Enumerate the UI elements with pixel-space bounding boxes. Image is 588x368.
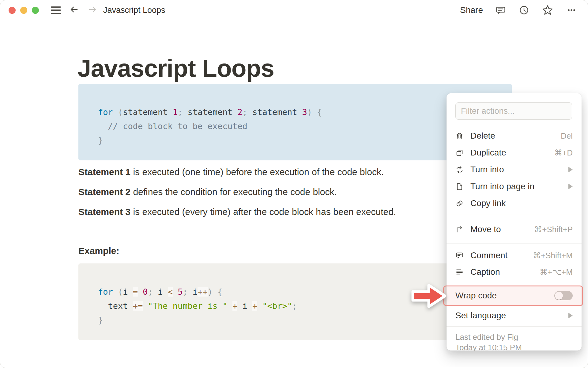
page-icon	[455, 182, 464, 191]
close-window-button[interactable]	[9, 7, 16, 14]
forward-arrow-icon[interactable]	[87, 4, 98, 16]
duplicate-icon	[455, 149, 464, 157]
paragraph-statement-3: Statement 3 is executed (every time) aft…	[78, 206, 396, 218]
menu-item-duplicate[interactable]: Duplicate ⌘+D	[447, 144, 582, 161]
menu-divider	[447, 284, 582, 284]
more-options-icon[interactable]	[566, 4, 577, 16]
share-button[interactable]: Share	[460, 5, 483, 15]
example-label: Example:	[78, 246, 119, 256]
history-clock-icon[interactable]	[518, 5, 530, 16]
menu-item-copy-link[interactable]: Copy link	[447, 195, 582, 212]
back-arrow-icon[interactable]	[69, 4, 79, 16]
link-icon	[455, 199, 464, 208]
page-title: Javascript Loops	[77, 54, 274, 82]
menu-item-move-to[interactable]: Move to ⌘+Shift+P	[447, 221, 582, 238]
paragraph-statement-1: Statement 1 is executed (one time) befor…	[78, 166, 384, 178]
favorite-star-icon[interactable]	[542, 4, 553, 16]
menu-divider	[447, 326, 582, 327]
minimize-window-button[interactable]	[20, 7, 27, 14]
filter-actions-input[interactable]	[455, 102, 572, 120]
zoom-window-button[interactable]	[32, 7, 39, 14]
menu-item-caption[interactable]: Caption ⌘+⌥+M	[447, 264, 582, 280]
last-edited-by: Last edited by Fig	[455, 332, 518, 342]
wrap-code-toggle[interactable]	[554, 291, 573, 300]
menu-item-turn-into-page-in[interactable]: Turn into page in	[447, 178, 582, 195]
submenu-arrow-icon	[568, 184, 573, 189]
trash-icon	[455, 132, 464, 140]
comment-icon	[455, 251, 464, 260]
comments-icon[interactable]	[495, 5, 506, 16]
move-to-icon	[455, 225, 464, 234]
app-window: Javascript Loops Share	[0, 0, 588, 368]
menu-item-set-language[interactable]: Set language	[447, 307, 582, 324]
menu-item-comment[interactable]: Comment ⌘+Shift+M	[447, 247, 582, 264]
toggle-knob	[555, 292, 563, 300]
turn-into-icon	[455, 166, 464, 174]
sidebar-toggle-icon[interactable]	[51, 6, 61, 14]
block-context-menu: Delete Del Duplicate ⌘+D Turn into Turn …	[447, 93, 582, 351]
last-edited-time: Today at 10:15 PM	[455, 343, 522, 351]
menu-item-delete[interactable]: Delete Del	[447, 128, 582, 144]
paragraph-statement-2: Statement 2 defines the condition for ex…	[78, 186, 337, 198]
submenu-arrow-icon	[568, 313, 573, 318]
titlebar: Javascript Loops Share	[0, 0, 588, 20]
submenu-arrow-icon	[568, 167, 573, 172]
menu-divider	[447, 214, 582, 214]
breadcrumb-page-title[interactable]: Javascript Loops	[103, 6, 165, 15]
caption-icon	[455, 268, 464, 276]
menu-divider	[447, 243, 582, 244]
menu-item-wrap-code[interactable]: Wrap code	[447, 287, 582, 304]
menu-item-turn-into[interactable]: Turn into	[447, 161, 582, 178]
